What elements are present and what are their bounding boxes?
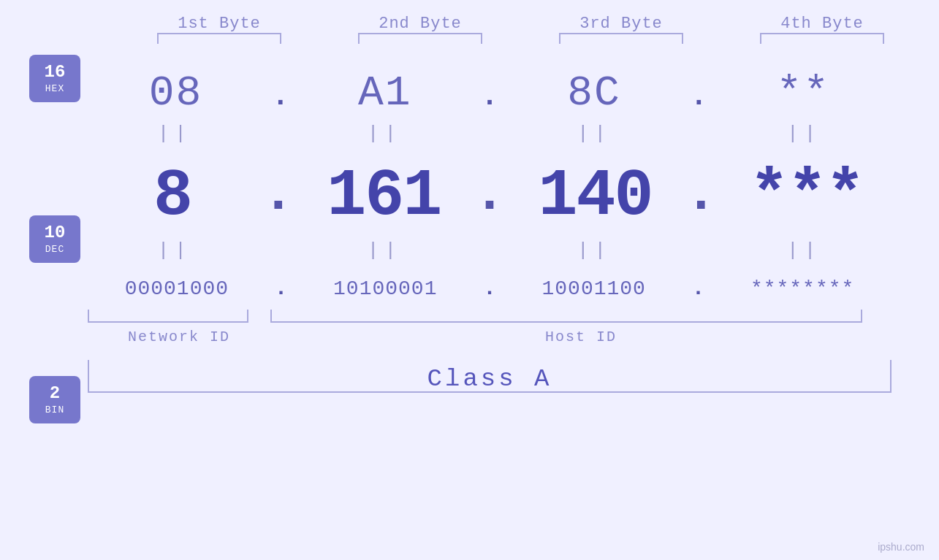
hex-badge: 16 HEX [29, 55, 80, 102]
byte2-bracket [358, 33, 482, 44]
equal1-2: || [304, 123, 465, 145]
class-section: Class A [88, 360, 892, 393]
equal1-3: || [514, 123, 675, 145]
bin-byte2: 10100001 [305, 277, 465, 300]
dec-dot3: . [685, 164, 718, 226]
byte2-label: 2nd Byte [340, 15, 501, 33]
byte-headers: 1st Byte 2nd Byte 3rd Byte 4th Byte [119, 15, 923, 44]
byte3-bracket [559, 33, 683, 44]
byte2-header: 2nd Byte [340, 15, 501, 44]
bin-dot2: . [483, 276, 496, 301]
network-id-label: Network ID [88, 329, 270, 345]
id-labels-row: Network ID Host ID [88, 329, 892, 345]
byte4-header: 4th Byte [742, 15, 902, 44]
equal1-1: || [94, 123, 255, 145]
hex-number: 16 [45, 63, 66, 82]
dec-badge: 10 DEC [29, 215, 80, 263]
bin-dot1: . [275, 276, 288, 301]
class-bracket: Class A [88, 360, 892, 393]
equal-row-2: || || || || [88, 239, 892, 261]
dec-name: DEC [45, 245, 64, 255]
hex-name: HEX [45, 84, 64, 94]
bin-row: 00001000 . 10100001 . 10001100 . *******… [88, 276, 892, 301]
dec-byte2: 161 [303, 159, 464, 234]
bin-number: 2 [50, 384, 60, 403]
equal2-4: || [724, 239, 885, 261]
dec-byte4: *** [726, 159, 887, 234]
byte4-label: 4th Byte [742, 15, 902, 33]
hex-byte2: A1 [305, 69, 465, 117]
equal2-3: || [514, 239, 675, 261]
byte1-header: 1st Byte [139, 15, 300, 44]
dec-row: 8 . 161 . 140 . *** [88, 159, 892, 234]
bin-name: BIN [45, 405, 64, 415]
bin-byte3: 10001100 [514, 277, 674, 300]
hex-dot3: . [690, 80, 707, 113]
hex-dot1: . [272, 80, 289, 113]
equal2-1: || [94, 239, 255, 261]
class-a-label: Class A [427, 365, 552, 393]
equal1-4: || [724, 123, 885, 145]
bin-byte4: ******** [722, 277, 883, 300]
bin-badge: 2 BIN [29, 376, 80, 423]
dec-dot2: . [473, 164, 506, 226]
main-container: 1st Byte 2nd Byte 3rd Byte 4th Byte 16 H… [0, 0, 939, 560]
host-id-label: Host ID [270, 329, 892, 345]
equal-row-1: || || || || [88, 123, 892, 145]
byte1-bracket [157, 33, 281, 44]
byte4-bracket [760, 33, 884, 44]
network-bracket [88, 310, 248, 323]
bottom-brackets-row [88, 310, 892, 323]
dec-dot1: . [262, 164, 294, 226]
hex-row: 08 . A1 . 8C . ** [88, 69, 892, 117]
dec-number: 10 [45, 223, 66, 242]
byte3-label: 3rd Byte [541, 15, 702, 33]
watermark: ipshu.com [878, 541, 924, 553]
bin-dot3: . [691, 276, 704, 301]
hex-byte4: ** [723, 69, 883, 117]
hex-byte1: 08 [96, 69, 256, 117]
dec-byte3: 140 [515, 159, 676, 234]
byte1-label: 1st Byte [139, 15, 300, 33]
dec-byte1: 8 [92, 159, 253, 234]
equal2-2: || [304, 239, 465, 261]
host-bracket [270, 310, 862, 323]
hex-dot2: . [481, 80, 498, 113]
byte3-header: 3rd Byte [541, 15, 702, 44]
bin-byte1: 00001000 [96, 277, 257, 300]
hex-byte3: 8C [514, 69, 674, 117]
base-labels: 16 HEX 10 DEC 2 BIN [29, 55, 80, 423]
